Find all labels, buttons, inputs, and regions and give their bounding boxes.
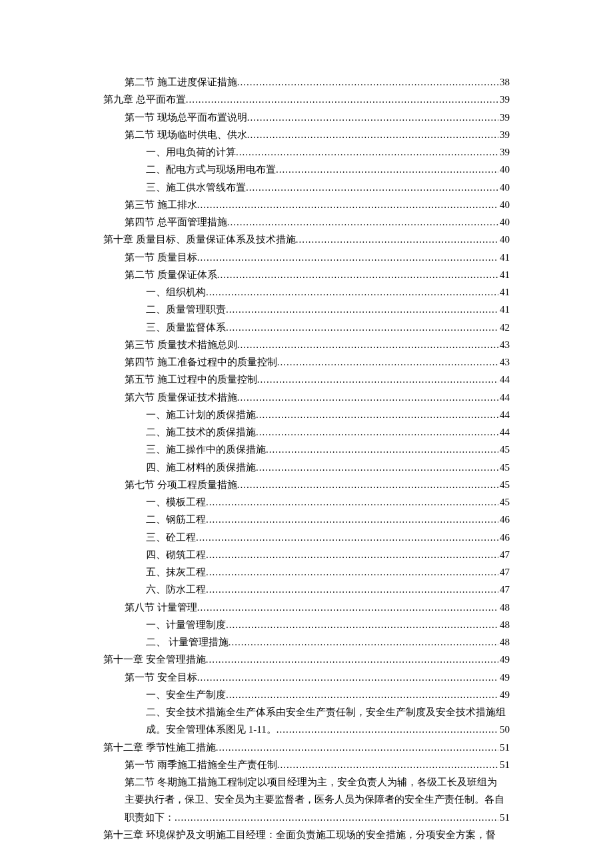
- toc-entry-32: 二、 计量管理措施48: [103, 633, 510, 651]
- toc-entry-15-label: 第三节 质量技术措施总则: [125, 336, 237, 353]
- toc-dots: [237, 476, 498, 493]
- toc-entry-12-label: 一、组织机构: [146, 283, 206, 301]
- toc-entry-25-label: 二、钢筋工程: [146, 511, 206, 528]
- toc-entry-26-page: 46: [498, 529, 510, 546]
- toc-entry-4-label: 一、用电负荷的计算: [146, 143, 236, 161]
- toc-entry-3-label: 第二节 现场临时供电、供水: [125, 126, 247, 143]
- toc-entry-7-label: 第三节 施工排水: [125, 196, 197, 213]
- toc-dots: [197, 669, 498, 686]
- toc-entry-17-label: 第五节 施工过程中的质量控制: [125, 371, 257, 388]
- toc-dots: [196, 529, 498, 546]
- toc-dots: [197, 599, 498, 616]
- toc-entry-38-label: 第一节 雨季施工措施全生产责任制: [125, 756, 277, 773]
- toc-dots: [216, 739, 498, 756]
- toc-entry-18-label: 第六节 质量保证技术措施: [125, 389, 237, 406]
- toc-dots: [237, 73, 498, 91]
- toc-entry-11-page: 41: [498, 266, 510, 283]
- toc-entry-23-label: 第七节 分项工程质量措施: [125, 476, 237, 493]
- toc-entry-13-label: 二、质量管理职责: [146, 301, 226, 318]
- toc-entry-4-page: 39: [498, 143, 510, 161]
- toc-entry-30-label: 第八节 计量管理: [125, 599, 197, 616]
- toc-entry-25-page: 46: [498, 511, 510, 528]
- toc-entry-0: 第二节 施工进度保证措施38: [103, 73, 510, 91]
- toc-entry-13-page: 41: [498, 301, 510, 318]
- toc-entry-17-page: 44: [498, 371, 510, 388]
- toc-dots: [197, 249, 498, 266]
- toc-entry-6-label: 三、施工供水管线布置: [146, 179, 246, 196]
- toc-entry-31: 一、计量管理制度48: [103, 616, 510, 633]
- toc-entry-12: 一、组织机构41: [103, 283, 510, 301]
- toc-entry-8-page: 40: [498, 213, 510, 231]
- toc-entry-37-label: 第十二章 季节性施工措施: [103, 739, 216, 756]
- toc-dots: [226, 686, 498, 703]
- toc-entry-39-page: 51: [498, 809, 510, 826]
- toc-dots: [206, 493, 498, 511]
- toc-entry-5-label: 二、配电方式与现场用电布置: [146, 161, 276, 178]
- toc-entry-19: 一、施工计划的质保措施44: [103, 406, 510, 423]
- toc-entry-30: 第八节 计量管理48: [103, 599, 510, 616]
- toc-entry-33-page: 49: [498, 651, 510, 668]
- toc-entry-39-line-0: 第二节 冬期施工措施工程制定以项目经理为主，安全负责人为辅，各级工长及班组为: [103, 773, 510, 791]
- toc-dots: [247, 109, 498, 126]
- toc-entry-20-label: 二、施工技术的质保措施: [146, 423, 256, 441]
- toc-entry-27: 四、砌筑工程47: [103, 546, 510, 563]
- toc-entry-6: 三、施工供水管线布置40: [103, 179, 510, 196]
- toc-entry-25: 二、钢筋工程46: [103, 511, 510, 528]
- toc-entry-11: 第二节 质量保证体系41: [103, 266, 510, 283]
- toc-entry-37: 第十二章 季节性施工措施51: [103, 739, 510, 756]
- toc-entry-22: 四、施工材料的质保措施45: [103, 459, 510, 476]
- toc-dots: [206, 651, 498, 668]
- toc-entry-32-page: 48: [498, 633, 510, 651]
- toc-entry-28: 五、抹灰工程47: [103, 563, 510, 581]
- toc-entry-5-page: 40: [498, 161, 510, 178]
- toc-entry-27-page: 47: [498, 546, 510, 563]
- toc-entry-12-page: 41: [498, 283, 510, 301]
- toc-dots: [276, 161, 498, 178]
- toc-entry-35-page: 49: [498, 686, 510, 703]
- toc-entry-20-page: 44: [498, 423, 510, 441]
- toc-entry-20: 二、施工技术的质保措施44: [103, 423, 510, 441]
- toc-dots: [206, 283, 498, 301]
- toc-entry-10-page: 41: [498, 249, 510, 266]
- toc-dots: [206, 563, 498, 581]
- toc-entry-26-label: 三、砼工程: [146, 529, 196, 546]
- toc-entry-21-label: 三、施工操作中的质保措施: [146, 441, 266, 458]
- toc-entry-33: 第十一章 安全管理措施49: [103, 651, 510, 668]
- toc-entry-3: 第二节 现场临时供电、供水39: [103, 126, 510, 143]
- toc-dots: [296, 231, 498, 248]
- toc-entry-2-label: 第一节 现场总平面布置说明: [125, 109, 247, 126]
- toc-entry-31-label: 一、计量管理制度: [146, 616, 226, 633]
- toc-entry-38: 第一节 雨季施工措施全生产责任制51: [103, 756, 510, 773]
- toc-dots: [226, 319, 498, 336]
- toc-entry-24-page: 45: [498, 493, 510, 511]
- toc-entry-37-page: 51: [498, 739, 510, 756]
- toc-entry-34: 第一节 安全目标49: [103, 669, 510, 686]
- toc-dots: [237, 389, 498, 406]
- toc-dots: [277, 353, 498, 371]
- toc-entry-7-page: 40: [498, 196, 510, 213]
- toc-entry-23: 第七节 分项工程质量措施45: [103, 476, 510, 493]
- toc-dots: [206, 546, 498, 563]
- toc-entry-31-page: 48: [498, 616, 510, 633]
- toc-entry-27-label: 四、砌筑工程: [146, 546, 206, 563]
- toc-page: 第二节 施工进度保证措施38第九章 总平面布置39第一节 现场总平面布置说明39…: [0, 0, 613, 868]
- toc-entry-39-line-1: 主要执行者，保卫、安全员为主要监督者，医务人员为保障者的安全生产责任制。各自: [103, 791, 510, 808]
- toc-dots: [257, 371, 498, 388]
- toc-dots: [229, 633, 498, 651]
- toc-dots: [236, 143, 498, 161]
- toc-dots: [256, 406, 498, 423]
- toc-entry-29: 六、防水工程47: [103, 581, 510, 598]
- toc-dots: [237, 336, 498, 353]
- toc-entry-10: 第一节 质量目标41: [103, 249, 510, 266]
- toc-entry-34-label: 第一节 安全目标: [125, 669, 197, 686]
- toc-entry-17: 第五节 施工过程中的质量控制44: [103, 371, 510, 388]
- toc-entry-15-page: 43: [498, 336, 510, 353]
- toc-dots: [226, 301, 498, 318]
- toc-dots: [206, 581, 498, 598]
- toc-entry-36-page: 50: [498, 721, 510, 738]
- toc-entry-23-page: 45: [498, 476, 510, 493]
- toc-dots: [246, 179, 498, 196]
- toc-dots: [186, 91, 498, 108]
- toc-entry-4: 一、用电负荷的计算39: [103, 143, 510, 161]
- toc-dots: [217, 266, 498, 283]
